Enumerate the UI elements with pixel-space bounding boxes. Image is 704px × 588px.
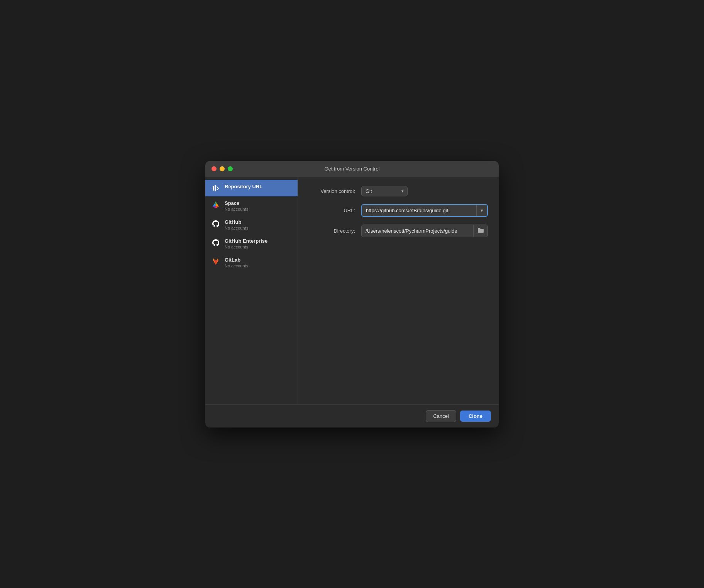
space-icon [212,201,220,209]
repo-url-icon [212,184,220,193]
chevron-down-icon: ▾ [481,208,483,213]
dialog-footer: Cancel Clone [205,404,499,427]
directory-row: Directory: [309,225,488,237]
gitlab-icon [212,257,220,266]
url-dropdown-button[interactable]: ▾ [476,205,487,216]
version-control-select[interactable]: Git [361,186,408,196]
sidebar-sublabel-github-enterprise: No accounts [225,245,267,249]
directory-label: Directory: [309,228,355,234]
sidebar-item-github[interactable]: GitHub No accounts [205,215,298,234]
main-content: Version control: Git ▾ URL: ▾ [298,177,499,404]
version-control-label: Version control: [309,188,355,194]
sidebar-label-repository-url: Repository URL [225,184,262,189]
github-enterprise-icon [212,238,220,247]
sidebar-item-space[interactable]: Space No accounts [205,196,298,215]
url-input[interactable] [362,205,476,216]
sidebar-label-gitlab: GitLab [225,257,248,263]
title-bar: Get from Version Control [205,161,499,177]
sidebar-label-github-enterprise: GitHub Enterprise [225,238,267,244]
sidebar-item-gitlab[interactable]: GitLab No accounts [205,253,298,272]
sidebar-label-space: Space [225,200,248,206]
sidebar-text-gitlab: GitLab No accounts [225,257,248,268]
sidebar-sublabel-space: No accounts [225,207,248,211]
clone-button[interactable]: Clone [460,411,491,422]
github-icon [212,220,220,228]
sidebar-sublabel-github: No accounts [225,226,248,230]
sidebar-text-github: GitHub No accounts [225,219,248,230]
directory-input[interactable] [362,225,473,237]
sidebar: Repository URL Space [205,177,298,404]
url-input-wrapper: ▾ [361,204,488,217]
sidebar-item-github-enterprise[interactable]: GitHub Enterprise No accounts [205,234,298,253]
sidebar-item-repository-url[interactable]: Repository URL [205,180,298,196]
svg-rect-0 [213,186,214,191]
close-button[interactable] [212,166,217,171]
url-row: URL: ▾ [309,204,488,217]
minimize-button[interactable] [220,166,225,171]
folder-icon [477,228,484,234]
directory-input-wrapper [361,225,488,237]
window-controls [212,166,233,171]
url-label: URL: [309,208,355,213]
maximize-button[interactable] [228,166,233,171]
directory-browse-button[interactable] [473,225,487,237]
version-control-select-wrapper: Git ▾ [361,186,408,196]
sidebar-sublabel-gitlab: No accounts [225,264,248,268]
sidebar-label-github: GitHub [225,219,248,225]
sidebar-text-space: Space No accounts [225,200,248,211]
dialog-window: Get from Version Control Repository URL [205,161,499,427]
version-control-wrapper: Git ▾ [361,186,488,196]
cancel-button[interactable]: Cancel [426,410,456,422]
dialog-body: Repository URL Space [205,177,499,404]
window-title: Get from Version Control [324,166,379,172]
svg-rect-2 [215,185,216,191]
version-control-row: Version control: Git ▾ [309,186,488,196]
sidebar-text-github-enterprise: GitHub Enterprise No accounts [225,238,267,249]
sidebar-text-repository-url: Repository URL [225,184,262,189]
